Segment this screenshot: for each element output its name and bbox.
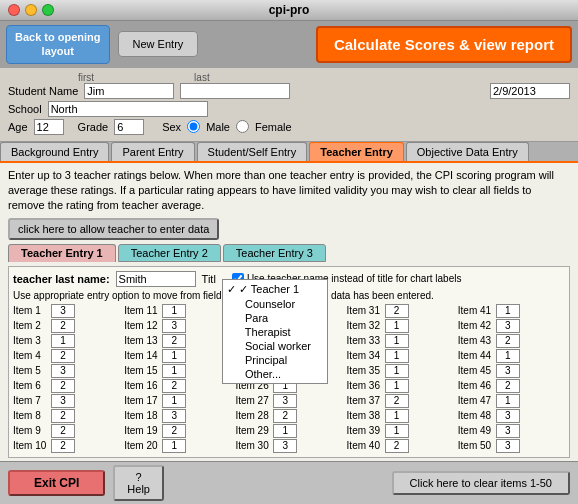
item-input[interactable] (51, 409, 75, 423)
teacher-entry-area: teacher last name: Titl ✓ Teacher 1 Coun… (8, 266, 570, 458)
item-label: Item 2 (13, 320, 49, 331)
item-input[interactable] (385, 319, 409, 333)
clear-items-button[interactable]: Click here to clear items 1-50 (392, 471, 570, 495)
allow-teacher-button[interactable]: click here to allow teacher to enter dat… (8, 218, 219, 240)
dropdown-other[interactable]: Other... (223, 367, 327, 381)
item-input[interactable] (496, 334, 520, 348)
exit-button[interactable]: Exit CPI (8, 470, 105, 496)
item-input[interactable] (51, 394, 75, 408)
dropdown-para[interactable]: Para (223, 311, 327, 325)
item-label: Item 40 (347, 440, 383, 451)
item-input[interactable] (162, 394, 186, 408)
item-input[interactable] (496, 439, 520, 453)
item-input[interactable] (162, 379, 186, 393)
item-input[interactable] (162, 334, 186, 348)
item-label: Item 7 (13, 395, 49, 406)
item-input[interactable] (385, 334, 409, 348)
sex-female-radio[interactable] (236, 120, 249, 133)
grade-input[interactable] (114, 119, 144, 135)
item-input[interactable] (385, 394, 409, 408)
tab-parent[interactable]: Parent Entry (111, 142, 194, 161)
item-input[interactable] (51, 319, 75, 333)
item-row: Item 47 (458, 394, 565, 408)
tab-background[interactable]: Background Entry (0, 142, 109, 161)
item-row: Item 3 (13, 334, 120, 348)
teacher-tab-2[interactable]: Teacher Entry 2 (118, 244, 221, 262)
item-input[interactable] (496, 304, 520, 318)
item-input[interactable] (385, 379, 409, 393)
item-input[interactable] (273, 394, 297, 408)
item-row: Item 11 (124, 304, 231, 318)
dropdown-principal[interactable]: Principal (223, 353, 327, 367)
item-input[interactable] (51, 424, 75, 438)
age-input[interactable] (34, 119, 64, 135)
item-label: Item 27 (235, 395, 271, 406)
help-button[interactable]: ? Help (113, 465, 164, 501)
item-input[interactable] (496, 409, 520, 423)
item-input[interactable] (385, 424, 409, 438)
minimize-button[interactable] (25, 4, 37, 16)
item-input[interactable] (51, 349, 75, 363)
item-input[interactable] (162, 304, 186, 318)
item-input[interactable] (496, 364, 520, 378)
item-input[interactable] (51, 304, 75, 318)
item-label: Item 13 (124, 335, 160, 346)
item-input[interactable] (385, 439, 409, 453)
new-entry-button[interactable]: New Entry (118, 31, 199, 57)
item-input[interactable] (162, 319, 186, 333)
close-button[interactable] (8, 4, 20, 16)
item-input[interactable] (385, 349, 409, 363)
item-input[interactable] (496, 424, 520, 438)
item-row: Item 7 (13, 394, 120, 408)
item-input[interactable] (51, 379, 75, 393)
item-row: Item 31 (347, 304, 454, 318)
item-input[interactable] (162, 439, 186, 453)
item-input[interactable] (162, 424, 186, 438)
school-input[interactable] (48, 101, 208, 117)
item-input[interactable] (496, 379, 520, 393)
teacher-tab-1[interactable]: Teacher Entry 1 (8, 244, 116, 262)
item-input[interactable] (385, 304, 409, 318)
item-label: Item 36 (347, 380, 383, 391)
item-input[interactable] (496, 319, 520, 333)
item-input[interactable] (385, 364, 409, 378)
item-label: Item 34 (347, 350, 383, 361)
toolbar: Back to opening layout New Entry Calcula… (0, 21, 578, 68)
item-input[interactable] (385, 409, 409, 423)
item-input[interactable] (273, 409, 297, 423)
item-row: Item 34 (347, 349, 454, 363)
tab-teacher[interactable]: Teacher Entry (309, 142, 404, 161)
dropdown-social-worker[interactable]: Social worker (223, 339, 327, 353)
student-first-input[interactable] (84, 83, 174, 99)
item-input[interactable] (496, 349, 520, 363)
teacher-last-name-input[interactable] (116, 271, 196, 287)
item-input[interactable] (51, 334, 75, 348)
item-input[interactable] (162, 409, 186, 423)
student-last-input[interactable] (180, 83, 290, 99)
dropdown-counselor[interactable]: Counselor (223, 297, 327, 311)
item-input[interactable] (51, 439, 75, 453)
tab-student[interactable]: Student/Self Entry (197, 142, 308, 161)
item-input[interactable] (273, 424, 297, 438)
dropdown-therapist[interactable]: Therapist (223, 325, 327, 339)
window-title: cpi-pro (269, 3, 310, 17)
item-input[interactable] (273, 439, 297, 453)
item-row: Item 37 (347, 394, 454, 408)
item-label: Item 15 (124, 365, 160, 376)
teacher-tab-3[interactable]: Teacher Entry 3 (223, 244, 326, 262)
dropdown-menu: ✓ Teacher 1 Counselor Para Therapist Soc… (222, 279, 328, 384)
tab-objective[interactable]: Objective Data Entry (406, 142, 529, 161)
back-button[interactable]: Back to opening layout (6, 25, 110, 64)
sex-male-radio[interactable] (187, 120, 200, 133)
item-input[interactable] (51, 364, 75, 378)
item-row: Item 42 (458, 319, 565, 333)
item-input[interactable] (496, 394, 520, 408)
item-input[interactable] (162, 349, 186, 363)
maximize-button[interactable] (42, 4, 54, 16)
item-input[interactable] (162, 364, 186, 378)
calculate-button[interactable]: Calculate Scores & view report (316, 26, 572, 63)
item-row: Item 4 (13, 349, 120, 363)
dropdown-teacher1[interactable]: ✓ Teacher 1 (223, 282, 327, 297)
date-input[interactable] (490, 83, 570, 99)
item-row: Item 29 (235, 424, 342, 438)
